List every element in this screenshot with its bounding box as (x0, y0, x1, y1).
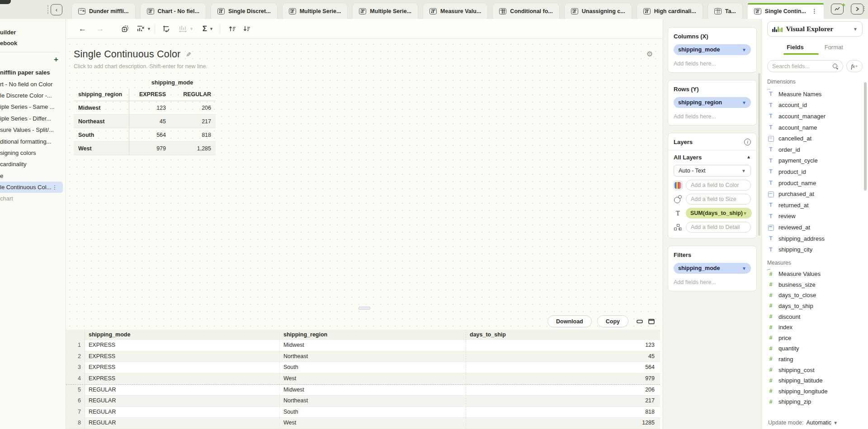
measure-field-item[interactable]: rating (767, 354, 863, 365)
dimension-field-item[interactable]: purchased_at (767, 188, 863, 200)
dimension-field-item[interactable]: reviewed_at (767, 222, 863, 233)
editor-tab[interactable]: Unassigning c... ⋮ (564, 3, 632, 19)
swap-axes-icon[interactable] (162, 25, 171, 33)
dimension-field-item[interactable]: order_id (767, 144, 863, 155)
measure-field-item[interactable]: days_to_close (767, 290, 863, 301)
filters-field-pill[interactable]: shipping_mode ▼ (674, 263, 751, 274)
sort-descending-icon[interactable] (243, 25, 251, 32)
chevron-down-icon[interactable]: ▼ (742, 100, 746, 105)
measure-field-item[interactable]: index (767, 322, 863, 333)
results-row[interactable]: 4 EXPRESS West 979 (66, 373, 660, 385)
results-col-header[interactable]: days_to_ship (466, 330, 660, 340)
maximize-results-icon[interactable] (648, 319, 655, 324)
expand-panel-icon[interactable]: ⋮ (851, 4, 863, 14)
results-row[interactable]: 5 REGULAR Midwest 206 (66, 385, 660, 396)
download-button[interactable]: Download (547, 315, 592, 327)
rows-field-pill[interactable]: shipping_region ▼ (674, 97, 751, 108)
results-col-header[interactable]: shipping_region (279, 330, 466, 340)
remove-chart-icon[interactable]: ▼ (137, 25, 151, 33)
chart-settings-gear-icon[interactable]: ⚙ (646, 50, 653, 58)
editor-tab[interactable]: Multiple Serie... ⋮ (352, 3, 418, 19)
chevron-up-icon[interactable]: ▼ (746, 155, 751, 160)
duplicate-chart-icon[interactable] (121, 25, 129, 33)
editor-tab[interactable]: Conditional fo... ⋮ (492, 3, 559, 19)
measure-field-item[interactable]: days_to_ship (767, 301, 863, 312)
measure-field-item[interactable]: price (767, 332, 863, 343)
sidebar-page-item[interactable]: rt - No field on Color ⋮ (0, 78, 66, 89)
sort-ascending-icon[interactable] (228, 25, 236, 32)
results-row[interactable]: 3 EXPRESS South 564 (66, 362, 660, 373)
chevron-down-icon[interactable]: ▼ (742, 47, 746, 52)
histogram-icon[interactable]: ▼ (179, 25, 193, 33)
add-chart-tab-button[interactable]: + (831, 4, 844, 14)
tab-menu-icon[interactable]: ⋮ (811, 8, 817, 14)
sidebar-page-item[interactable]: chart ⋮ (0, 193, 66, 204)
tab-format[interactable]: Format (825, 43, 843, 55)
measure-field-item[interactable]: Measure Values (767, 269, 863, 280)
color-field-slot[interactable]: Add a field to Color (686, 180, 751, 191)
editor-tab[interactable]: Ta... ⋮ (708, 3, 743, 19)
sidebar-page-item[interactable]: le Discrete Color -... ⋮ (0, 90, 66, 101)
pivot-row[interactable]: Northeast 45 217 (74, 115, 216, 128)
measure-field-item[interactable]: shipping_cost (767, 364, 863, 375)
dimension-field-item[interactable]: account_name (767, 122, 863, 133)
editor-tab[interactable]: High cardinali... ⋮ (637, 3, 703, 19)
results-row[interactable]: 1 EXPRESS Midwest 123 (66, 340, 660, 351)
copy-button[interactable]: Copy (597, 315, 628, 327)
results-row[interactable]: 7 REGULAR South 818 (66, 407, 660, 418)
undo-icon[interactable]: ← (79, 25, 86, 33)
add-page-button[interactable]: + (54, 56, 58, 63)
sidebar-page-item[interactable]: e ⋮ (0, 170, 66, 182)
dimension-field-item[interactable]: shipping_address (767, 233, 863, 244)
chevron-down-icon[interactable]: ▼ (742, 266, 746, 271)
measure-field-item[interactable]: business_size (767, 280, 863, 290)
measure-field-item[interactable]: shipping_latitude (767, 375, 863, 386)
dimension-field-item[interactable]: review (767, 211, 863, 222)
columns-field-pill[interactable]: shipping_mode ▼ (674, 44, 751, 55)
editor-tab[interactable]: Multiple Serie... ⋮ (282, 3, 348, 19)
shelves-scrollbar[interactable] (758, 73, 760, 236)
dimension-field-item[interactable]: returned_at (767, 200, 863, 211)
dimension-field-item[interactable]: account_manager (767, 111, 863, 122)
results-row[interactable]: 8 REGULAR West 1285 (66, 418, 660, 429)
measure-field-item[interactable]: shipping_zip (767, 396, 863, 407)
info-icon[interactable]: i (744, 139, 751, 145)
add-fields-hint[interactable]: Add fields here... (674, 113, 751, 120)
sidebar-page-item[interactable]: cardinality ⋮ (0, 159, 66, 170)
aggregate-icon[interactable]: Σ ▼ (203, 24, 213, 33)
minimize-results-icon[interactable] (637, 319, 643, 323)
chart-title[interactable]: Single Continuous Color (74, 49, 180, 60)
chart-description-placeholder[interactable]: Click to add chart description. Shift-en… (74, 63, 663, 70)
measure-field-item[interactable]: quantity (767, 343, 863, 354)
fields-scrollbar[interactable] (864, 82, 867, 191)
sidebar-page-item[interactable]: ditional formatting... ⋮ (0, 135, 66, 147)
results-row[interactable]: 6 REGULAR Northeast 217 (66, 396, 660, 407)
pivot-row[interactable]: South 564 818 (74, 128, 216, 142)
pivot-row[interactable]: Midwest 123 206 (74, 101, 216, 115)
measure-field-item[interactable]: discount (767, 311, 863, 322)
sidebar-page-item[interactable]: nifflin paper sales ⋮ (0, 67, 66, 78)
sidebar-nav-builder[interactable]: uilder (0, 27, 66, 38)
results-col-header[interactable]: shipping_mode (85, 330, 279, 340)
add-fields-hint[interactable]: Add fields here... (674, 279, 751, 285)
collapse-sidebar-icon[interactable]: ‹ (51, 4, 62, 15)
dimension-field-item[interactable]: payment_cycle (767, 155, 863, 167)
editor-tab[interactable]: Single Contin... ⋮ (747, 3, 824, 19)
all-layers-row[interactable]: All Layers ▼ (674, 154, 751, 161)
pivot-row[interactable]: West 979 1,285 (74, 142, 216, 155)
results-row[interactable]: 2 EXPRESS Northeast 45 (66, 351, 660, 363)
dimension-field-item[interactable]: product_name (767, 177, 863, 189)
chevron-down-icon[interactable]: ▼ (853, 27, 858, 32)
visual-explorer-menu[interactable]: Visual Explorer ▼ (767, 21, 863, 37)
mark-type-select[interactable]: Auto - Text ▼ (674, 165, 751, 177)
editor-tab[interactable]: Chart - No fiel... ⋮ (140, 3, 206, 19)
search-fields-input[interactable]: Search fields... (767, 60, 843, 72)
editor-tab[interactable]: Measure Valu... ⋮ (423, 3, 488, 19)
dimension-field-item[interactable]: product_id (767, 166, 863, 177)
dimension-field-item[interactable]: Measure Names (767, 89, 863, 100)
dimension-field-item[interactable]: cancelled_at (767, 133, 863, 144)
redo-icon[interactable]: → (96, 25, 104, 33)
text-field-pill[interactable]: SUM(days_to_ship) ▼ (686, 208, 752, 219)
add-formula-button[interactable]: fx+ (846, 60, 863, 72)
resize-handle[interactable] (359, 307, 371, 310)
